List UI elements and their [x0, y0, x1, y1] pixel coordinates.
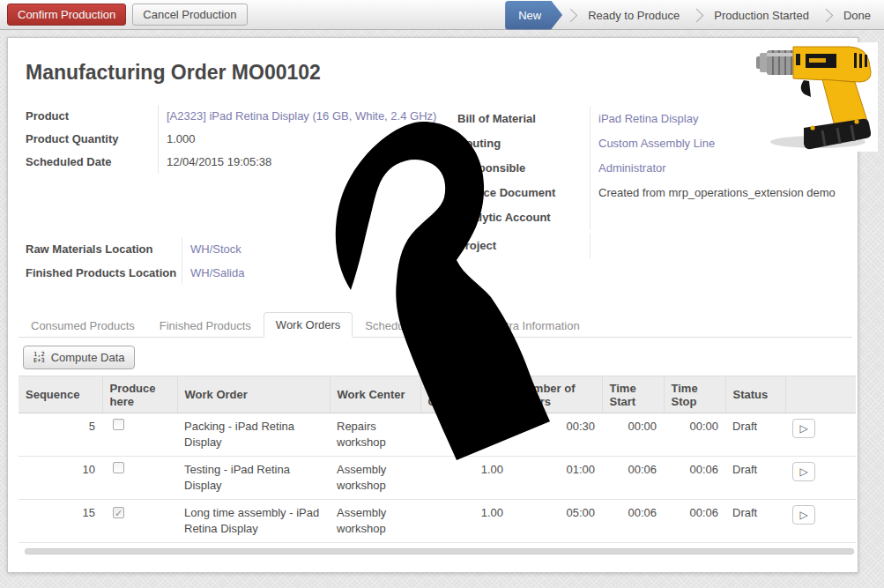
table-header-row: SequenceProduce hereWork OrderWork Cente…: [19, 376, 856, 413]
stage-ready-to-produce[interactable]: Ready to Produce: [576, 1, 691, 30]
field-value-responsible[interactable]: Administrator: [598, 156, 856, 181]
produce-here-checkbox[interactable]: ✓: [113, 507, 124, 518]
drill-icon: [754, 42, 878, 152]
tab-consumed-products[interactable]: Consumed Products: [19, 313, 147, 338]
cell-work-center: Assembly workshop: [330, 457, 420, 500]
cell-work-center: Repairs workshop: [330, 413, 420, 457]
field-value-analytic-account[interactable]: [598, 205, 856, 230]
horizontal-scrollbar[interactable]: [25, 548, 854, 555]
field-label-analytic-account: Analytic Account: [457, 205, 590, 230]
cell-time-stop: 00:00: [664, 413, 725, 457]
tab-work-orders[interactable]: Work Orders: [264, 312, 353, 338]
column-header-work-order[interactable]: Work Order: [177, 376, 330, 413]
stage-production-started[interactable]: Production Started: [702, 1, 821, 30]
field-value-product[interactable]: [A2323] iPad Retina Display (16 GB, Whit…: [167, 105, 447, 128]
compute-data-label: Compute Data: [51, 351, 125, 364]
cell-action: ▷: [785, 457, 856, 500]
field-values: [590, 234, 856, 258]
cell-status: Draft: [725, 500, 785, 543]
field-value-project[interactable]: [598, 234, 856, 258]
cell-number-of-hours: 00:30: [510, 413, 602, 457]
field-label-finished-products-location: Finished Products Location: [26, 261, 182, 285]
tab-extra-information[interactable]: Extra Information: [480, 313, 592, 338]
cell-time-stop: 00:06: [664, 500, 725, 543]
field-group-project: Project: [457, 234, 856, 258]
cell-number-of-cycles: 1.00: [420, 500, 510, 543]
field-value-scheduled-date[interactable]: 12/04/2015 19:05:38: [167, 151, 447, 174]
produce-here-checkbox[interactable]: [113, 462, 124, 473]
toolbar: Confirm Production Cancel Production New…: [0, 0, 884, 30]
compute-data-button[interactable]: 1,2E+3 Compute Data: [23, 346, 135, 369]
cell-number-of-cycles: [420, 413, 510, 457]
stage-separator-icon: [564, 8, 578, 22]
column-header-work-center[interactable]: Work Center: [330, 376, 420, 413]
cancel-production-button[interactable]: Cancel Production: [132, 4, 247, 26]
cell-produce-here: [102, 413, 177, 457]
form-sheet: Manufacturing Order MO00102 ProductProdu…: [7, 37, 858, 573]
column-header-number-of-hours[interactable]: Number of Hours: [510, 376, 602, 413]
cell-time-stop: 00:06: [664, 457, 725, 500]
start-work-order-button[interactable]: ▷: [792, 462, 815, 481]
cell-status: Draft: [725, 457, 785, 500]
field-value-finished-products-location[interactable]: WH/Salida: [190, 261, 352, 285]
field-value-source-document[interactable]: Created from mrp_operations_extension de…: [598, 181, 856, 205]
calculator-icon: 1,2E+3: [33, 352, 45, 364]
statusbar: NewReady to ProduceProduction StartedDon…: [505, 0, 882, 30]
confirm-production-button[interactable]: Confirm Production: [7, 4, 126, 26]
tab-finished-products[interactable]: Finished Products: [147, 313, 264, 338]
field-labels: ProductProduct QuantityScheduled Date: [26, 105, 158, 174]
cell-time-start: 00:00: [602, 413, 664, 457]
column-header-number-of-cycles[interactable]: Number of Cycles: [420, 376, 510, 413]
cell-work-order: Packing - iPad Retina Display: [177, 413, 330, 457]
stage-done[interactable]: Done: [832, 1, 882, 30]
field-label-product: Product: [26, 105, 158, 128]
page-title: Manufacturing Order MO00102: [26, 61, 321, 85]
cell-work-center: Assembly workshop: [330, 500, 420, 543]
cell-time-start: 00:06: [602, 500, 664, 543]
stage-separator-icon: [820, 8, 834, 22]
field-label-product-quantity: Product Quantity: [26, 128, 158, 151]
field-values: [A2323] iPad Retina Display (16 GB, Whit…: [158, 105, 447, 174]
manufacturing-order-screen: Confirm Production Cancel Production New…: [0, 0, 884, 588]
table-row[interactable]: 5Packing - iPad Retina DisplayRepairs wo…: [19, 413, 856, 457]
field-label-bill-of-material: Bill of Material: [457, 107, 590, 131]
field-group-left: ProductProduct QuantityScheduled Date[A2…: [26, 105, 447, 174]
produce-here-checkbox[interactable]: [113, 419, 124, 430]
column-header-time-start[interactable]: Time Start: [602, 376, 664, 413]
cell-number-of-cycles: 1.00: [420, 457, 510, 500]
table-row[interactable]: 10Testing - iPad Retina DisplayAssembly …: [19, 457, 856, 500]
field-label-routing: Routing: [457, 131, 590, 156]
column-header-time-stop[interactable]: Time Stop: [664, 376, 725, 413]
cell-produce-here: ✓: [102, 500, 177, 543]
table-row[interactable]: 15✓Long time assembly - iPad Retina Disp…: [19, 500, 856, 543]
cell-action: ▷: [785, 500, 856, 543]
field-group-locations: Raw Materials LocationFinished Products …: [26, 237, 352, 285]
field-values: WH/StockWH/Salida: [182, 237, 352, 285]
cell-produce-here: [102, 457, 177, 500]
work-orders-table: SequenceProduce hereWork OrderWork Cente…: [19, 376, 856, 543]
column-header-status[interactable]: Status: [725, 376, 785, 413]
cell-work-order: Long time assembly - iPad Retina Display: [177, 500, 330, 543]
cell-number-of-hours: 05:00: [510, 500, 602, 543]
column-header-blank[interactable]: [785, 376, 856, 413]
table-body: 5Packing - iPad Retina DisplayRepairs wo…: [19, 413, 856, 543]
field-label-source-document: Source Document: [457, 181, 590, 205]
field-value-product-quantity[interactable]: 1.000: [167, 128, 447, 151]
field-label-scheduled-date: Scheduled Date: [26, 151, 158, 174]
stage-new[interactable]: New: [505, 1, 562, 30]
cell-work-order: Testing - iPad Retina Display: [177, 457, 330, 500]
start-work-order-button[interactable]: ▷: [792, 505, 815, 525]
tab-scheduled-products[interactable]: Scheduled Products: [353, 313, 479, 338]
field-label-responsible: Responsible: [457, 156, 590, 181]
cell-status: Draft: [725, 413, 785, 457]
column-header-sequence[interactable]: Sequence: [19, 376, 102, 413]
start-work-order-button[interactable]: ▷: [792, 419, 815, 438]
column-header-produce-here[interactable]: Produce here: [102, 376, 177, 413]
cell-sequence: 5: [19, 413, 102, 457]
cell-time-start: 00:06: [602, 457, 664, 500]
cell-sequence: 10: [19, 457, 102, 500]
field-labels: Bill of MaterialRoutingResponsibleSource…: [457, 107, 590, 230]
field-value-raw-materials-location[interactable]: WH/Stock: [190, 237, 352, 261]
product-image-drill: [754, 42, 878, 152]
field-label-raw-materials-location: Raw Materials Location: [26, 237, 182, 261]
